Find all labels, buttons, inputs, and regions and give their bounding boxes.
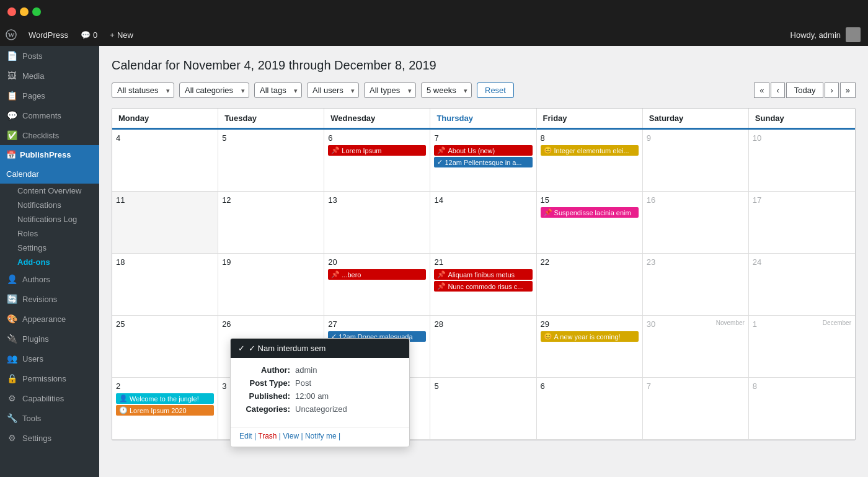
- sidebar-item-notifications-log[interactable]: Notifications Log: [0, 212, 99, 226]
- cell-nov15[interactable]: 15 📌 Suspendisse lacinia enim: [537, 192, 643, 254]
- new-content-button[interactable]: + New: [104, 24, 140, 46]
- close-button[interactable]: [7, 7, 16, 16]
- last-page-button[interactable]: »: [840, 82, 856, 98]
- popup-header: ✓ ✓ Nam interdum sem: [231, 339, 409, 358]
- users-filter[interactable]: All users: [307, 82, 359, 98]
- popup-trash-link[interactable]: Trash: [258, 432, 277, 440]
- header-monday: Monday: [112, 109, 218, 128]
- categories-filter[interactable]: All categories: [179, 82, 249, 98]
- cell-nov12[interactable]: 12: [218, 192, 324, 254]
- sidebar-item-appearance[interactable]: 🎨 Appearance: [0, 309, 99, 329]
- event-about-us[interactable]: 📌 About Us (new): [434, 145, 532, 156]
- sidebar-item-content-overview[interactable]: Content Overview: [0, 184, 99, 198]
- cell-nov8[interactable]: 8 😊 Integer elementum elei...: [537, 130, 643, 192]
- today-button[interactable]: Today: [786, 82, 824, 98]
- event-suspendisse[interactable]: 📌 Suspendisse lacinia enim: [541, 207, 639, 218]
- cell-dec5[interactable]: 5: [430, 378, 536, 440]
- prev-page-button[interactable]: ‹: [771, 82, 784, 98]
- cell-nov23[interactable]: 23: [643, 254, 749, 316]
- comments-icon: 💬: [6, 110, 17, 120]
- cell-nov16[interactable]: 16: [643, 192, 749, 254]
- cell-dec1[interactable]: 1 December: [749, 316, 855, 378]
- cell-nov18[interactable]: 18: [112, 254, 218, 316]
- cell-nov4[interactable]: 4: [112, 130, 218, 192]
- sidebar-item-pages[interactable]: 📋 Pages: [0, 86, 99, 105]
- event-welcome[interactable]: 👤 Welcome to the jungle!: [116, 393, 214, 404]
- week-2: 11 12 13 14 15 📌 Suspendisse lacinia eni…: [112, 192, 855, 254]
- maximize-button[interactable]: [32, 7, 41, 16]
- sidebar-item-permissions[interactable]: 🔒 Permissions: [0, 368, 99, 388]
- popup-edit-link[interactable]: Edit: [239, 432, 252, 440]
- reset-button[interactable]: Reset: [477, 82, 514, 98]
- cell-nov13[interactable]: 13: [324, 192, 430, 254]
- sidebar-item-addons[interactable]: Add-ons: [0, 255, 99, 269]
- cell-dec8[interactable]: 8: [749, 378, 855, 440]
- cell-nov5[interactable]: 5: [218, 130, 324, 192]
- sidebar-item-notifications[interactable]: Notifications: [0, 198, 99, 212]
- event-bero[interactable]: 📌 ...bero: [328, 269, 426, 280]
- sidebar-item-plugins[interactable]: 🔌 Plugins: [0, 329, 99, 349]
- avatar[interactable]: [846, 27, 861, 42]
- categories-filter-wrapper: All categories: [179, 82, 249, 98]
- cell-nov14[interactable]: 14: [430, 192, 536, 254]
- cell-nov20[interactable]: 20 📌 ...bero: [324, 254, 430, 316]
- sidebar-item-calendar[interactable]: Calendar: [0, 164, 99, 184]
- cell-nov25[interactable]: 25: [112, 316, 218, 378]
- sidebar-item-settings[interactable]: Settings: [0, 241, 99, 255]
- cell-dec6[interactable]: 6: [537, 378, 643, 440]
- cell-nov24[interactable]: 24: [749, 254, 855, 316]
- publishpress-icon: 📅: [6, 150, 16, 159]
- event-lorem-ipsum[interactable]: 📌 Lorem Ipsum: [328, 145, 426, 156]
- sidebar-item-checklists[interactable]: ✅ Checklists: [0, 125, 99, 145]
- types-filter[interactable]: All types: [364, 82, 416, 98]
- cell-nov28[interactable]: 28: [430, 316, 536, 378]
- cell-dec2[interactable]: 2 👤 Welcome to the jungle! 🕐 Lorem Ipsum…: [112, 378, 218, 440]
- popup-author-row: Author: admin: [239, 365, 401, 375]
- first-page-button[interactable]: «: [754, 82, 769, 98]
- cell-nov11[interactable]: 11: [112, 192, 218, 254]
- howdy-text: Howdy, admin: [790, 30, 841, 40]
- event-integer[interactable]: 😊 Integer elementum elei...: [541, 145, 639, 156]
- tags-filter[interactable]: All tags: [254, 82, 302, 98]
- weeks-filter[interactable]: 5 weeks: [421, 82, 472, 98]
- popup-notify-link[interactable]: Notify me: [305, 432, 337, 440]
- cell-nov29[interactable]: 29 😊 A new year is coming!: [537, 316, 643, 378]
- event-newyear[interactable]: 😊 A new year is coming!: [541, 331, 639, 342]
- cell-nov10[interactable]: 10: [749, 130, 855, 192]
- cell-nov30[interactable]: 30 November: [643, 316, 749, 378]
- sidebar-item-authors[interactable]: 👤 Authors: [0, 269, 99, 289]
- comments-link[interactable]: 💬 0: [74, 24, 104, 46]
- sidebar-item-settings-bottom[interactable]: ⚙ Settings: [0, 428, 99, 448]
- event-lorem2020[interactable]: 🕐 Lorem Ipsum 2020: [116, 405, 214, 416]
- face-icon2: 😊: [544, 332, 552, 341]
- sidebar-item-users[interactable]: 👥 Users: [0, 349, 99, 368]
- pin-icon5: 📌: [437, 270, 446, 279]
- sidebar-item-posts[interactable]: 📄 Posts: [0, 46, 99, 66]
- wp-logo[interactable]: W: [0, 24, 22, 46]
- cell-nov19[interactable]: 19: [218, 254, 324, 316]
- sidebar-item-roles[interactable]: Roles: [0, 226, 99, 241]
- cell-nov9[interactable]: 9: [643, 130, 749, 192]
- plugins-icon: 🔌: [6, 334, 17, 344]
- sidebar-item-media[interactable]: 🖼 Media: [0, 66, 99, 86]
- cell-nov22[interactable]: 22: [537, 254, 643, 316]
- next-page-button[interactable]: ›: [825, 82, 838, 98]
- sidebar-item-tools[interactable]: 🔧 Tools: [0, 408, 99, 428]
- cell-dec7[interactable]: 7: [643, 378, 749, 440]
- cell-nov21[interactable]: 21 📌 Aliquam finibus metus 📌 Nunc commod…: [430, 254, 536, 316]
- event-nunc[interactable]: 📌 Nunc commodo risus c...: [434, 281, 532, 292]
- cell-nov17[interactable]: 17: [749, 192, 855, 254]
- minimize-button[interactable]: [20, 7, 29, 16]
- event-pellentesque[interactable]: ✓ 12am Pellentesque in a...: [434, 157, 532, 167]
- revisions-icon: 🔄: [6, 294, 17, 304]
- statuses-filter[interactable]: All statuses: [112, 82, 174, 98]
- sidebar-item-revisions[interactable]: 🔄 Revisions: [0, 289, 99, 309]
- sidebar-item-capabilities[interactable]: ⚙ Capabilities: [0, 388, 99, 408]
- cell-nov7[interactable]: 7 📌 About Us (new) ✓ 12am Pellentesque i…: [430, 130, 536, 192]
- site-name[interactable]: WordPress: [22, 24, 74, 46]
- sidebar-item-comments[interactable]: 💬 Comments: [0, 105, 99, 125]
- popup-view-link[interactable]: View: [283, 432, 299, 440]
- popup-published-value: 12:00 am: [295, 391, 329, 401]
- event-aliquam[interactable]: 📌 Aliquam finibus metus: [434, 269, 532, 280]
- cell-nov6[interactable]: 6 📌 Lorem Ipsum: [324, 130, 430, 192]
